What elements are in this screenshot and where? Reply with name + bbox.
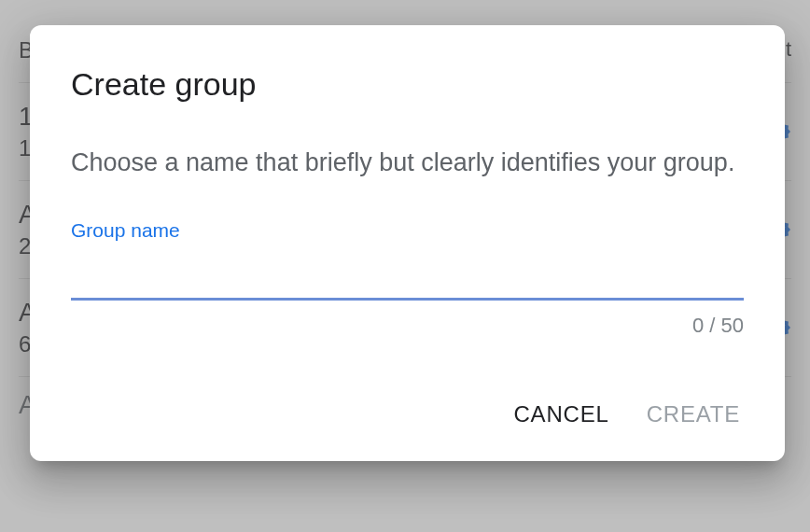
cancel-button[interactable]: CANCEL (510, 394, 612, 435)
create-button[interactable]: CREATE (643, 394, 744, 435)
character-counter: 0 / 50 (71, 314, 744, 338)
dialog-actions: CANCEL CREATE (71, 394, 744, 435)
group-name-label: Group name (71, 219, 744, 242)
input-group: Group name 0 / 50 (71, 219, 744, 338)
dialog-title: Create group (71, 66, 744, 103)
create-group-dialog: Create group Choose a name that briefly … (30, 25, 785, 461)
dialog-description: Choose a name that briefly but clearly i… (71, 144, 744, 182)
group-name-input[interactable] (71, 251, 744, 301)
